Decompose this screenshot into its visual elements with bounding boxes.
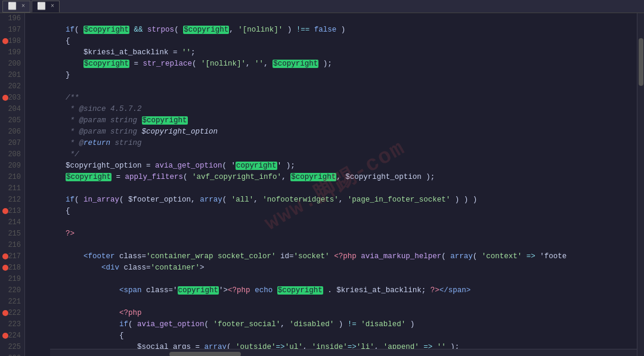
- code-line-216: [30, 240, 644, 251]
- editor-area: 1961971981992002012022032042052062072082…: [0, 13, 644, 356]
- code-line-211: [30, 183, 644, 194]
- line-number-226: 226: [0, 353, 24, 356]
- horizontal-scrollbar[interactable]: [50, 349, 637, 356]
- tab-close-footer[interactable]: ×: [51, 3, 54, 10]
- code-line-213: {: [30, 206, 644, 217]
- code-line-202: [30, 81, 644, 92]
- line-number-201: 201: [0, 70, 24, 81]
- line-number-212: 212: [0, 194, 24, 206]
- line-number-gutter: 1961971981992002012022032042052062072082…: [0, 13, 25, 356]
- code-line-203: /**: [30, 92, 644, 104]
- editor-window: ⬜ × ⬜ × 19619719819920020120220320420520…: [0, 0, 644, 356]
- code-line-199: $kriesi_at_backlink = '';: [30, 47, 644, 58]
- line-number-221: 221: [0, 296, 24, 308]
- code-line-223: if( avia_get_option( 'footer_social', 'd…: [30, 319, 644, 330]
- code-line-209: $copyright_option = avia_get_option( 'co…: [30, 160, 644, 172]
- code-line-196: [30, 13, 644, 24]
- line-number-222: 222: [0, 308, 24, 319]
- line-number-211: 211: [0, 183, 24, 194]
- code-line-215: ?>: [30, 228, 644, 240]
- line-number-205: 205: [0, 115, 24, 126]
- code-line-205: * @param string $copyright: [30, 115, 644, 126]
- tab-icon-php: ⬜: [8, 2, 17, 11]
- code-line-198: {: [30, 36, 644, 47]
- code-line-217: <footer class='container_wrap socket_col…: [30, 251, 644, 262]
- code-line-222: <?php: [30, 308, 644, 319]
- tab-wp-config[interactable]: ⬜ ×: [2, 1, 30, 13]
- line-number-214: 214: [0, 217, 24, 228]
- line-number-198: 198: [0, 36, 24, 47]
- line-number-224: 224: [0, 330, 24, 342]
- h-scrollbar-thumb[interactable]: [169, 352, 241, 356]
- line-number-202: 202: [0, 81, 24, 92]
- code-line-200: $copyright = str_replace( '[nolink]', ''…: [30, 58, 644, 70]
- line-number-223: 223: [0, 319, 24, 330]
- code-line-224: {: [30, 330, 644, 342]
- line-number-218: 218: [0, 262, 24, 274]
- line-number-208: 208: [0, 149, 24, 160]
- tab-bar: ⬜ × ⬜ ×: [0, 0, 644, 13]
- code-area[interactable]: if( $copyright && strpos( $copyright, '[…: [25, 13, 644, 356]
- code-line-208: */: [30, 149, 644, 160]
- code-line-218: <div class='container'>: [30, 262, 644, 274]
- code-line-201: }: [30, 70, 644, 81]
- line-number-200: 200: [0, 58, 24, 70]
- line-number-219: 219: [0, 274, 24, 285]
- line-number-220: 220: [0, 285, 24, 296]
- tab-footer[interactable]: ⬜ ×: [32, 1, 60, 13]
- code-line-206: * @param string $copyright_option: [30, 126, 644, 138]
- line-number-207: 207: [0, 138, 24, 149]
- line-number-197: 197: [0, 24, 24, 36]
- code-line-207: * @return string: [30, 138, 644, 149]
- line-number-225: 225: [0, 342, 24, 353]
- tab-close-wp-config[interactable]: ×: [21, 3, 25, 10]
- code-line-204: * @since 4.5.7.2: [30, 104, 644, 115]
- tab-icon-footer: ⬜: [37, 2, 46, 11]
- line-number-215: 215: [0, 228, 24, 240]
- line-number-196: 196: [0, 13, 24, 24]
- line-number-209: 209: [0, 160, 24, 172]
- line-number-213: 213: [0, 206, 24, 217]
- code-line-219: [30, 274, 644, 285]
- line-number-217: 217: [0, 251, 24, 262]
- code-line-212: if( in_array( $footer_option, array( 'al…: [30, 194, 644, 206]
- code-line-210: $copyright = apply_filters( 'avf_copyrig…: [30, 172, 644, 183]
- code-line-220: <span class='copyright'><?php echo $copy…: [30, 285, 644, 296]
- line-number-199: 199: [0, 47, 24, 58]
- code-line-214: [30, 217, 644, 228]
- vertical-scrollbar[interactable]: [637, 13, 644, 356]
- code-line-197: if( $copyright && strpos( $copyright, '[…: [30, 24, 644, 36]
- line-number-203: 203: [0, 92, 24, 104]
- line-number-204: 204: [0, 104, 24, 115]
- line-number-210: 210: [0, 172, 24, 183]
- code-line-221: [30, 296, 644, 308]
- scrollbar-thumb[interactable]: [639, 38, 643, 86]
- line-number-216: 216: [0, 240, 24, 251]
- line-number-206: 206: [0, 126, 24, 138]
